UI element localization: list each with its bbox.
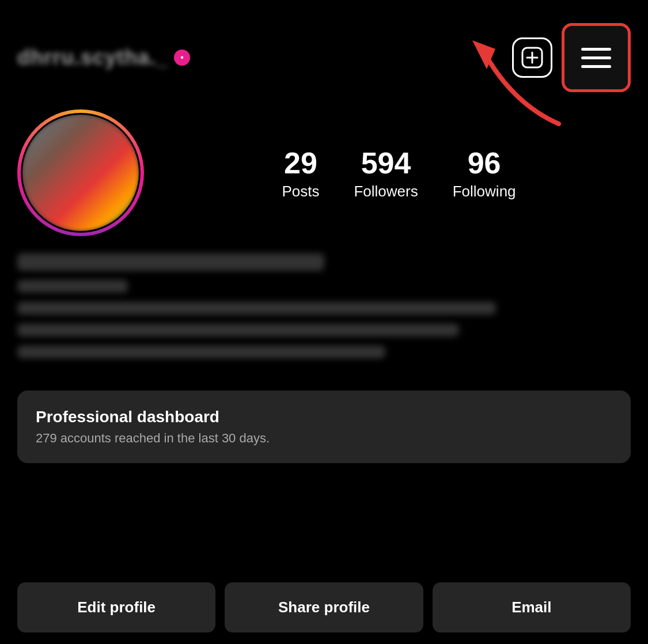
action-buttons: Edit profile Share profile Email bbox=[0, 571, 648, 644]
avatar-ring[interactable] bbox=[17, 109, 144, 236]
bio-line-1 bbox=[17, 253, 324, 271]
header: dhrru.scytha._ • bbox=[0, 0, 648, 104]
following-count: 96 bbox=[468, 146, 501, 180]
add-post-button[interactable] bbox=[512, 37, 552, 78]
bio-line-5 bbox=[17, 346, 385, 358]
avatar-inner bbox=[21, 113, 141, 233]
pro-dashboard-subtitle: 279 accounts reached in the last 30 days… bbox=[36, 431, 612, 446]
posts-count: 29 bbox=[284, 146, 317, 180]
bio-line-2 bbox=[17, 280, 128, 293]
menu-line-3 bbox=[581, 65, 611, 68]
menu-line-2 bbox=[581, 56, 611, 59]
bio-line-3 bbox=[17, 302, 496, 315]
following-label: Following bbox=[453, 183, 516, 200]
followers-label: Followers bbox=[354, 183, 418, 200]
profile-section: 29 Posts 594 Followers 96 Following bbox=[0, 104, 648, 248]
menu-button[interactable] bbox=[562, 23, 631, 92]
bio-area bbox=[0, 248, 648, 379]
header-icons bbox=[512, 23, 631, 92]
stats-row: 29 Posts 594 Followers 96 Following bbox=[167, 146, 631, 200]
pro-dashboard-title: Professional dashboard bbox=[36, 408, 612, 426]
followers-count: 594 bbox=[361, 146, 411, 180]
email-button[interactable]: Email bbox=[433, 582, 631, 632]
bio-line-4 bbox=[17, 324, 459, 336]
verified-dot-icon: • bbox=[174, 50, 190, 66]
following-stat[interactable]: 96 Following bbox=[453, 146, 516, 200]
edit-profile-button[interactable]: Edit profile bbox=[17, 582, 215, 632]
avatar-container bbox=[17, 109, 144, 236]
professional-dashboard[interactable]: Professional dashboard 279 accounts reac… bbox=[17, 391, 631, 463]
share-profile-button[interactable]: Share profile bbox=[225, 582, 423, 632]
posts-stat[interactable]: 29 Posts bbox=[282, 146, 319, 200]
avatar-photo bbox=[22, 115, 139, 231]
username-text: dhrru.scytha._ bbox=[17, 46, 168, 70]
menu-line-1 bbox=[581, 48, 611, 51]
posts-label: Posts bbox=[282, 183, 319, 200]
followers-stat[interactable]: 594 Followers bbox=[354, 146, 418, 200]
username-area: dhrru.scytha._ • bbox=[17, 46, 190, 70]
